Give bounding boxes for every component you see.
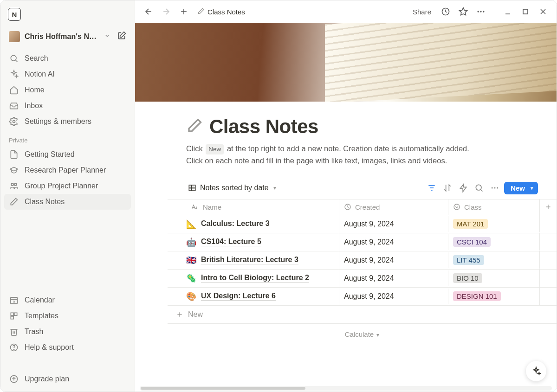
table-row[interactable]: 🦠Intro to Cell Biology: Lecture 2August … bbox=[168, 270, 557, 288]
ai-fab-button[interactable] bbox=[526, 361, 546, 381]
cell-created[interactable]: August 9, 2024 bbox=[339, 252, 448, 268]
sidebar-item-search[interactable]: Search bbox=[4, 51, 131, 66]
cell-class[interactable]: DESIGN 101 bbox=[448, 288, 540, 305]
share-button[interactable]: Share bbox=[409, 6, 435, 18]
up-arrow-circle-icon bbox=[9, 374, 19, 384]
sidebar-item-templates[interactable]: Templates bbox=[4, 308, 131, 324]
sidebar-item-trash[interactable]: Trash bbox=[4, 324, 131, 340]
sidebar-item-settings[interactable]: Settings & members bbox=[4, 114, 131, 129]
page-cover[interactable] bbox=[135, 23, 557, 102]
sidebar-item-home[interactable]: Home bbox=[4, 82, 131, 98]
new-button-label: New bbox=[511, 184, 525, 192]
cell-created[interactable]: August 9, 2024 bbox=[339, 234, 448, 250]
add-column-button[interactable] bbox=[540, 199, 557, 214]
svg-point-40 bbox=[497, 187, 498, 189]
cell-name[interactable]: 📐Calculus: Lecture 3 bbox=[168, 215, 339, 233]
cell-class[interactable]: BIO 10 bbox=[448, 270, 540, 287]
sidebar-page-class-notes[interactable]: Class Notes bbox=[4, 194, 131, 210]
gradcap-icon bbox=[9, 165, 19, 175]
sidebar-item-label: Trash bbox=[25, 328, 43, 336]
sidebar-item-upgrade[interactable]: Upgrade plan bbox=[4, 371, 131, 387]
class-tag: DESIGN 101 bbox=[453, 291, 501, 301]
cell-name[interactable]: 🇬🇧British Literature: Lecture 3 bbox=[168, 251, 339, 269]
sidebar-item-label: Search bbox=[25, 54, 48, 63]
nav-main: Search Notion AI Home Inbox Settings & m… bbox=[0, 50, 135, 130]
col-name[interactable]: Name bbox=[168, 199, 339, 215]
templates-icon bbox=[9, 311, 19, 321]
cell-created[interactable]: August 9, 2024 bbox=[339, 216, 448, 232]
more-button[interactable] bbox=[474, 5, 488, 19]
sidebar-item-help[interactable]: Help & support bbox=[4, 340, 131, 355]
chevron-down-icon: ▾ bbox=[531, 185, 533, 191]
calendar-icon: 9 bbox=[9, 295, 19, 305]
automation-icon[interactable] bbox=[459, 183, 468, 193]
workspace-switcher[interactable]: Chris Hoffman's N… bbox=[2, 28, 133, 45]
col-created[interactable]: Created bbox=[339, 199, 448, 215]
sort-icon[interactable] bbox=[443, 183, 452, 193]
forward-button[interactable] bbox=[159, 5, 173, 19]
trash-icon bbox=[9, 327, 19, 337]
cell-name[interactable]: 🦠Intro to Cell Biology: Lecture 2 bbox=[168, 270, 339, 287]
sidebar-page-group-planner[interactable]: Group Project Planner bbox=[4, 178, 131, 194]
chevron-down-icon bbox=[104, 32, 110, 41]
sidebar-item-label: Notion AI bbox=[25, 70, 55, 78]
table-row[interactable]: 📐Calculus: Lecture 3August 9, 2024MAT 20… bbox=[168, 215, 557, 233]
breadcrumb[interactable]: Class Notes bbox=[197, 7, 245, 16]
more-icon[interactable] bbox=[490, 183, 499, 193]
svg-marker-35 bbox=[460, 184, 466, 192]
sidebar-item-label: Class Notes bbox=[25, 198, 65, 206]
cell-name[interactable]: 🤖CS104: Lecture 5 bbox=[168, 233, 339, 251]
table-row[interactable]: 🎨UX Design: Lecture 6August 9, 2024DESIG… bbox=[168, 288, 557, 306]
cell-empty bbox=[540, 238, 557, 246]
table-row[interactable]: 🇬🇧British Literature: Lecture 3August 9,… bbox=[168, 251, 557, 270]
cell-created[interactable]: August 9, 2024 bbox=[339, 289, 448, 304]
page-description[interactable]: Click New at the top right to add a new … bbox=[186, 142, 538, 167]
favorite-button[interactable] bbox=[456, 5, 470, 19]
filter-icon[interactable] bbox=[427, 183, 436, 193]
horizontal-scrollbar[interactable] bbox=[140, 386, 552, 391]
pencil-icon bbox=[197, 7, 205, 16]
col-class[interactable]: Class bbox=[448, 199, 540, 215]
row-title: CS104: Lecture 5 bbox=[201, 238, 261, 246]
view-tab[interactable]: Notes sorted by date ▾ bbox=[186, 183, 278, 193]
back-button[interactable] bbox=[142, 5, 155, 19]
cell-created[interactable]: August 9, 2024 bbox=[339, 270, 448, 286]
cell-class[interactable]: CSCI 104 bbox=[448, 233, 540, 251]
updates-button[interactable] bbox=[439, 5, 453, 19]
new-page-icon[interactable] bbox=[117, 31, 126, 42]
calculate-row[interactable]: Calculate ▾ bbox=[186, 324, 538, 345]
pencil-icon[interactable] bbox=[186, 117, 203, 136]
row-title: Intro to Cell Biology: Lecture 2 bbox=[201, 274, 309, 283]
cell-name[interactable]: 🎨UX Design: Lecture 6 bbox=[168, 288, 339, 305]
database-table: Name Created Class 📐Calculus: Lecture 3A… bbox=[168, 199, 557, 324]
svg-rect-28 bbox=[189, 185, 195, 191]
cell-class[interactable]: LIT 455 bbox=[448, 251, 540, 269]
new-tab-button[interactable] bbox=[177, 5, 191, 19]
sidebar-item-label: Research Paper Planner bbox=[25, 166, 106, 174]
window-minimize-button[interactable] bbox=[501, 5, 515, 19]
workspace-name: Chris Hoffman's N… bbox=[25, 32, 99, 41]
page-title[interactable]: Class Notes bbox=[209, 116, 318, 138]
svg-rect-8 bbox=[11, 313, 13, 315]
sidebar-page-research-planner[interactable]: Research Paper Planner bbox=[4, 162, 131, 178]
sidebar-page-getting-started[interactable]: Getting Started bbox=[4, 147, 131, 162]
new-button[interactable]: New ▾ bbox=[504, 182, 538, 194]
svg-marker-20 bbox=[460, 8, 467, 15]
row-emoji: 📐 bbox=[186, 219, 196, 229]
sidebar-item-calendar[interactable]: 9 Calendar bbox=[4, 292, 131, 308]
table-row[interactable]: 🤖CS104: Lecture 5August 9, 2024CSCI 104 bbox=[168, 233, 557, 251]
nav-pages: Getting Started Research Paper Planner G… bbox=[0, 146, 135, 211]
main-area: Class Notes Share Class Notes Click New … bbox=[135, 0, 557, 392]
plus-icon bbox=[544, 203, 552, 211]
add-row-button[interactable]: New bbox=[168, 306, 557, 324]
sidebar-item-ai[interactable]: Notion AI bbox=[4, 66, 131, 82]
svg-point-2 bbox=[13, 121, 15, 123]
sidebar-item-inbox[interactable]: Inbox bbox=[4, 98, 131, 114]
window-close-button[interactable] bbox=[536, 5, 550, 19]
svg-point-4 bbox=[14, 183, 17, 186]
cell-class[interactable]: MAT 201 bbox=[448, 215, 540, 232]
people-icon bbox=[9, 181, 19, 191]
window-maximize-button[interactable] bbox=[518, 5, 532, 19]
view-name: Notes sorted by date bbox=[200, 184, 269, 192]
search-icon[interactable] bbox=[474, 183, 484, 193]
